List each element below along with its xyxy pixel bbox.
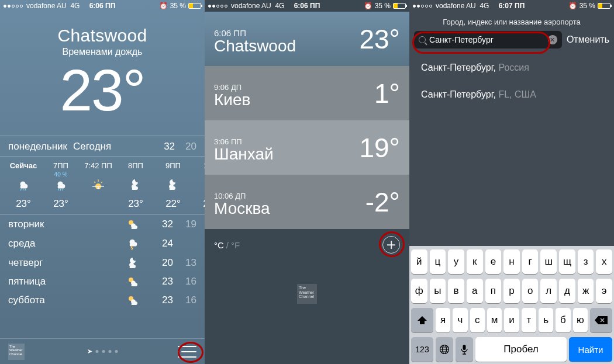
location-card[interactable]: 3:06 ППШанхай19° [205,120,409,175]
letter-key[interactable]: ф [411,279,427,303]
daily-row: суббота2316 [0,291,205,310]
day-low: 16 [173,294,196,306]
letter-key[interactable]: з [578,249,594,274]
letter-key[interactable]: щ [559,249,575,274]
location-list: 6:06 ППChatswood23°9:06 ДПКиев1°3:06 ППШ… [205,12,409,229]
letter-key[interactable]: х [596,249,612,274]
day-name: вторник [8,219,126,230]
letter-key[interactable]: д [559,279,575,303]
letter-key[interactable]: и [504,308,519,332]
letter-key[interactable]: т [522,308,536,332]
letter-key[interactable]: а [467,279,483,303]
daily-row: среда24 [0,234,205,254]
signal-dots [4,5,23,8]
mic-key[interactable] [456,337,473,362]
location-time: 9:06 ДП [214,83,400,92]
list-button[interactable] [181,346,196,358]
letter-key[interactable]: р [503,279,520,303]
letter-key[interactable]: к [467,249,483,274]
hour-time: 7:42 ПП [80,161,117,170]
letter-key[interactable]: й [411,249,427,274]
location-temp: -2° [365,186,400,218]
hour-precip: 40 % [42,171,80,177]
search-result[interactable]: Санкт-Петербург, FL, США [421,81,602,108]
location-temp: 19° [359,132,400,164]
unit-fahrenheit[interactable]: °F [231,240,240,250]
hour-precip [5,171,42,177]
letter-key[interactable]: л [540,279,557,303]
letter-key[interactable]: ш [540,249,557,274]
hourly-forecast[interactable]: Сейчас23°7ПП40 %23°7:42 ПП8ПП23°9ПП22°10… [0,157,205,215]
letter-key[interactable]: я [436,308,450,332]
alarm-icon: ⏰ [568,2,577,10]
hour-cell: 9ПП22° [154,161,192,210]
numbers-key[interactable]: 123 [411,337,433,362]
battery-pct: 35 % [170,2,186,10]
hour-temp: 22° [154,198,192,210]
backspace-key[interactable] [590,308,612,332]
location-name: Киев [214,91,400,109]
hour-cell: Сейчас23° [5,161,42,210]
add-location-button[interactable] [382,236,400,254]
hour-precip [192,171,205,177]
hour-weather-icon [117,177,154,192]
hour-time: 7ПП [42,161,80,170]
letter-key[interactable]: ж [578,279,594,303]
hour-temp: 23° [42,198,80,210]
letter-key[interactable]: в [448,279,464,303]
letter-key[interactable]: э [596,279,612,303]
hour-cell: 7ПП40 %23° [42,161,80,210]
shift-key[interactable] [411,308,433,332]
daily-row: пятница2316 [0,272,205,291]
globe-key[interactable] [436,337,453,362]
hour-precip [154,171,192,177]
location-card[interactable]: 10:06 ДПМосква-2° [205,175,409,229]
search-input[interactable] [429,35,548,44]
clear-icon[interactable]: ✕ [548,35,557,44]
search-location-screen: vodafone AU 4G 6:07 ПП ⏰ 35 % Город, инд… [409,0,614,364]
weather-detail-screen: vodafone AU 4G 6:06 ПП ⏰ 35 % Chatswood … [0,0,205,364]
search-result[interactable]: Санкт-Петербург, Россия [421,54,602,81]
hour-temp: 23° [5,198,42,210]
daily-forecast: вторник3219среда24четверг2013пятница2316… [0,215,205,310]
location-card[interactable]: 9:06 ДПКиев1° [205,66,409,120]
weather-channel-logo[interactable]: The Weather Channel [8,344,25,360]
space-key[interactable]: Пробел [475,337,567,362]
weather-channel-logo[interactable]: The Weather Channel [297,284,317,304]
letter-key[interactable]: ю [573,308,588,332]
current-weather-hero: Chatswood Временами дождь 23° [0,12,205,119]
letter-key[interactable]: о [522,279,539,303]
letter-key[interactable]: м [487,308,502,332]
result-main: Санкт-Петербург, [421,89,498,99]
day-high: 24 [150,238,173,249]
letter-key[interactable]: ы [430,279,446,303]
day-low: 19 [173,219,196,230]
enter-key[interactable]: Найти [569,337,612,362]
letter-key[interactable]: п [485,279,502,303]
letter-key[interactable]: ь [539,308,553,332]
letter-key[interactable]: н [503,249,520,274]
hour-cell: 7:42 ПП [80,161,117,210]
signal-dots [413,5,432,8]
letter-key[interactable]: с [470,308,485,332]
letter-key[interactable]: ц [430,249,446,274]
day-weather-icon [126,294,150,306]
letter-key[interactable]: е [485,249,502,274]
unit-celsius[interactable]: °C [214,240,224,250]
letter-key[interactable]: г [522,249,539,274]
location-card[interactable]: 6:06 ППChatswood23° [205,12,409,66]
carrier-label: vodafone AU 4G [26,2,80,10]
day-high: 23 [150,294,173,306]
letter-key[interactable]: у [448,249,464,274]
hour-temp: 22° [192,198,205,210]
page-indicator: ➤ [87,348,118,355]
letter-key[interactable]: ч [453,308,467,332]
letter-key[interactable]: б [556,308,570,332]
day-name: суббота [8,294,126,306]
hour-cell: 8ПП23° [117,161,154,210]
cancel-button[interactable]: Отменить [567,34,609,45]
search-icon [419,36,426,43]
search-box[interactable]: ✕ [414,31,562,48]
day-weather-icon [126,276,150,287]
day-high: 23 [150,276,173,287]
